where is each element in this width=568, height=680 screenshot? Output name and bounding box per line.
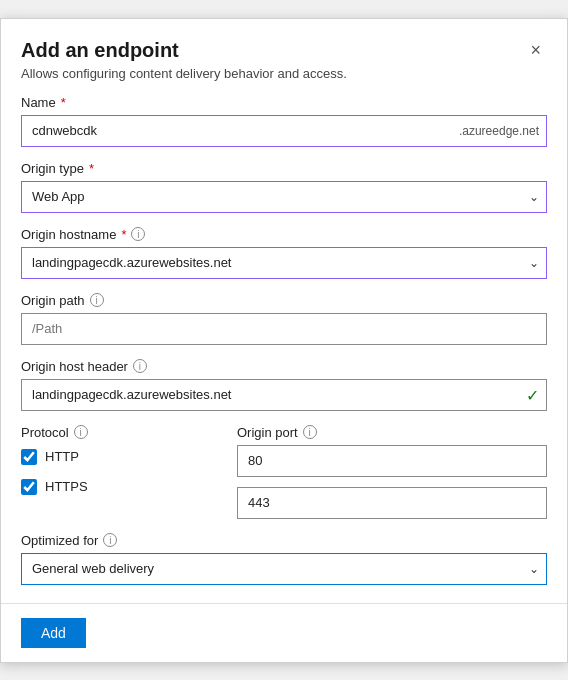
https-port-input[interactable] [237,487,547,519]
protocol-info-icon[interactable]: i [74,425,88,439]
origin-host-header-check-icon: ✓ [526,385,539,404]
origin-type-label: Origin type * [21,161,547,176]
http-label[interactable]: HTTP [45,449,79,464]
origin-path-info-icon[interactable]: i [90,293,104,307]
https-label[interactable]: HTTPS [45,479,88,494]
dialog-header: Add an endpoint × [1,19,567,66]
origin-host-header-info-icon[interactable]: i [133,359,147,373]
origin-hostname-group: Origin hostname * i landingpagecdk.azure… [21,227,547,279]
protocol-label-row: Protocol i [21,425,221,440]
protocol-port-row: Protocol i HTTP HTTPS Origin port [21,425,547,519]
dialog-footer: Add [1,604,567,662]
origin-hostname-label: Origin hostname * i [21,227,547,242]
dialog-subtitle: Allows configuring content delivery beha… [1,66,567,95]
protocol-checkboxes: HTTP HTTPS [21,445,221,495]
dialog-title: Add an endpoint [21,39,179,62]
origin-path-group: Origin path i [21,293,547,345]
origin-path-label: Origin path i [21,293,547,308]
https-checkbox-row: HTTPS [21,479,221,495]
port-inputs [237,445,547,519]
origin-port-info-icon[interactable]: i [303,425,317,439]
http-port-input[interactable] [237,445,547,477]
close-button[interactable]: × [524,39,547,61]
name-group: Name * .azureedge.net [21,95,547,147]
optimized-for-group: Optimized for i General web delivery ⌄ [21,533,547,585]
origin-host-header-input-wrapper: ✓ [21,379,547,411]
optimized-for-select-wrapper: General web delivery ⌄ [21,553,547,585]
name-label: Name * [21,95,547,110]
http-checkbox-row: HTTP [21,449,221,465]
name-input-wrapper: .azureedge.net [21,115,547,147]
name-suffix: .azureedge.net [459,124,539,138]
optimized-for-label: Optimized for i [21,533,547,548]
add-endpoint-dialog: Add an endpoint × Allows configuring con… [0,18,568,663]
optimized-for-info-icon[interactable]: i [103,533,117,547]
origin-port-label-row: Origin port i [237,425,547,440]
origin-type-group: Origin type * Web App ⌄ [21,161,547,213]
origin-hostname-select-wrapper: landingpagecdk.azurewebsites.net ⌄ [21,247,547,279]
origin-path-input[interactable] [21,313,547,345]
origin-host-header-input[interactable] [21,379,547,411]
origin-hostname-required: * [121,227,126,242]
origin-path-input-wrapper [21,313,547,345]
origin-hostname-select[interactable]: landingpagecdk.azurewebsites.net [21,247,547,279]
origin-hostname-info-icon[interactable]: i [131,227,145,241]
http-port-group [237,445,547,477]
add-button[interactable]: Add [21,618,86,648]
origin-type-select-wrapper: Web App ⌄ [21,181,547,213]
protocol-col: Protocol i HTTP HTTPS [21,425,221,519]
origin-port-col: Origin port i [237,425,547,519]
http-checkbox[interactable] [21,449,37,465]
name-required: * [61,95,66,110]
dialog-body: Name * .azureedge.net Origin type * Web … [1,95,567,585]
origin-host-header-group: Origin host header i ✓ [21,359,547,411]
https-checkbox[interactable] [21,479,37,495]
origin-type-required: * [89,161,94,176]
origin-host-header-label: Origin host header i [21,359,547,374]
optimized-for-select[interactable]: General web delivery [21,553,547,585]
origin-type-select[interactable]: Web App [21,181,547,213]
https-port-group [237,487,547,519]
